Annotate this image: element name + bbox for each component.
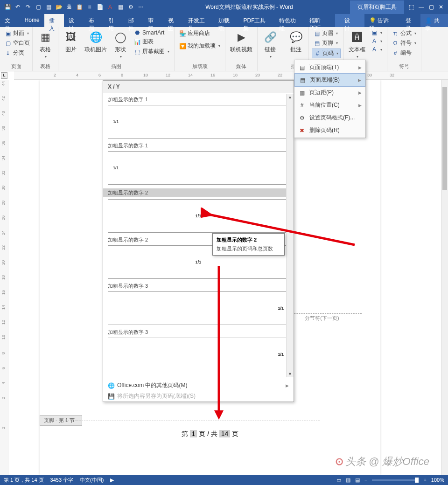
ribbon-options-icon[interactable]: ⬚ <box>409 4 414 10</box>
online-pictures-button[interactable]: 🌐联机图片 <box>83 29 109 55</box>
tab-file[interactable]: 文件 <box>0 14 20 27</box>
status-words[interactable]: 3453 个字 <box>50 477 74 484</box>
menu-current-position[interactable]: #当前位置(C)▶ <box>294 99 365 111</box>
document-title: Word文档排版流程实战示例 - Word <box>148 3 350 11</box>
qat-more-icon[interactable]: ⋯ <box>137 3 145 11</box>
my-addins-button[interactable]: 🔽我的加载项▾ <box>177 42 222 50</box>
share-button[interactable]: 👤 共享 <box>420 14 448 27</box>
tell-me[interactable]: 💡 告诉我... <box>364 14 401 27</box>
menu-format-pagenum[interactable]: ⚙设置页码格式(F)... <box>294 111 365 124</box>
font-color-icon[interactable]: A <box>106 3 114 11</box>
chart-button[interactable]: 📊图表 <box>132 37 171 46</box>
gallery-item-3[interactable]: 加粗显示的数字 2 1/1 <box>103 187 294 236</box>
number-button[interactable]: #编号 <box>390 48 418 57</box>
tab-review[interactable]: 审阅 <box>143 14 163 27</box>
tab-hf-design[interactable]: 设计 <box>335 14 364 27</box>
group-symbols: π公式▾ Ω符号▾ #编号 符号 <box>387 27 421 71</box>
ruler-horizontal[interactable]: 2468101214161820222426283032 <box>14 71 448 80</box>
print-icon[interactable]: 🖶 <box>65 3 73 11</box>
group-illustrations: 🖼图片 🌐联机图片 ◯形状▾ ⬣SmartArt 📊图表 ⬚屏幕截图▾ 插图 <box>58 27 175 71</box>
gallery-item-1[interactable]: 加粗显示的数字 1 1/1 <box>103 95 294 141</box>
folder-icon[interactable]: ▤ <box>45 3 52 11</box>
dropcap-button[interactable]: A▾ <box>369 46 384 53</box>
view-web-icon[interactable]: ▤ <box>355 477 360 483</box>
store-button[interactable]: 🏪应用商店 <box>177 29 222 38</box>
group-media: ▶联机视频 媒体 <box>225 27 258 71</box>
open-icon[interactable]: 📂 <box>55 3 63 11</box>
zoom-slider[interactable] <box>372 479 419 481</box>
tab-addins[interactable]: 加载项 <box>214 14 239 27</box>
wordart-button[interactable]: A▾ <box>369 37 384 45</box>
page-break-button[interactable]: ⤓分页 <box>3 48 32 57</box>
gallery-item-2[interactable]: 加粗显示的数字 1 1/1 <box>103 141 294 187</box>
menu-page-margin[interactable]: ▥页边距(P)▶ <box>294 86 365 99</box>
status-language[interactable]: 中文(中国) <box>80 477 104 484</box>
clipboard-icon[interactable]: 📄 <box>96 3 104 11</box>
gallery-scrollbar[interactable] <box>286 94 294 377</box>
align-icon[interactable]: ≡ <box>86 3 93 11</box>
tab-design[interactable]: 设计 <box>64 14 84 27</box>
quick-access-toolbar: 💾 ↶ ↷ ▢ ▤ 📂 🖶 📋 ≡ 📄 A ▦ ⚙ ⋯ <box>0 3 148 11</box>
tab-developer[interactable]: 开发工具 <box>183 14 214 27</box>
tab-insert[interactable]: 插入 <box>44 14 64 27</box>
zoom-in-icon[interactable]: + <box>423 477 426 483</box>
maximize-icon[interactable]: ▢ <box>429 4 434 10</box>
new-icon[interactable]: ▢ <box>35 3 42 11</box>
gallery-save-selection[interactable]: 💾将所选内容另存为页码(底端)(S) <box>108 391 289 402</box>
footer-pagenum-text[interactable]: 第 1 页 / 共 14 页 <box>40 430 380 438</box>
paste-icon[interactable]: 📋 <box>76 3 83 11</box>
undo-icon[interactable]: ↶ <box>14 3 21 11</box>
table-button[interactable]: ▦表格▾ <box>35 29 55 60</box>
status-macros-icon[interactable]: ▶ <box>110 477 114 483</box>
scrollbar-thumb[interactable] <box>442 87 447 190</box>
tab-view[interactable]: 视图 <box>163 14 183 27</box>
footer-button[interactable]: ▤页脚▾ <box>312 39 341 48</box>
tab-references[interactable]: 引用 <box>104 14 124 27</box>
gallery-office-more[interactable]: 🌐Office.com 中的其他页码(M)▶ <box>108 380 289 391</box>
equation-button[interactable]: π公式▾ <box>390 29 418 38</box>
smartart-button[interactable]: ⬣SmartArt <box>132 29 171 36</box>
gallery-item-5[interactable]: 加粗显示的数字 3 1/1 <box>103 282 294 328</box>
view-print-icon[interactable]: ▥ <box>346 477 350 483</box>
textbox-button[interactable]: 🅰文本框▾ <box>347 29 367 60</box>
menu-remove-pagenum[interactable]: ✖删除页码(R) <box>294 124 365 137</box>
close-icon[interactable]: ✕ <box>439 4 443 10</box>
login-button[interactable]: 登录 <box>401 14 420 27</box>
minimize-icon[interactable]: — <box>419 4 424 10</box>
formula-icon[interactable]: ⚙ <box>127 3 134 11</box>
scrollbar-vertical[interactable] <box>441 80 448 475</box>
status-page[interactable]: 第 1 页，共 14 页 <box>4 477 44 484</box>
save-icon[interactable]: 💾 <box>4 3 11 11</box>
symbol-button[interactable]: Ω符号▾ <box>390 39 418 48</box>
group-tables: ▦表格▾ 表格 <box>33 27 58 71</box>
zoom-out-icon[interactable]: − <box>364 477 367 483</box>
tab-home[interactable]: Home <box>20 14 44 27</box>
gallery-item-6[interactable]: 加粗显示的数字 3 1/1 <box>103 328 294 374</box>
table-icon[interactable]: ▦ <box>117 3 124 11</box>
online-video-button[interactable]: ▶联机视频 <box>228 29 254 55</box>
tab-pdf[interactable]: PDF工具集 <box>238 14 274 27</box>
header-button[interactable]: ▤页眉▾ <box>312 29 341 38</box>
screenshot-button[interactable]: ⬚屏幕截图▾ <box>132 47 171 56</box>
page-number-button[interactable]: #页码▾ <box>312 48 341 58</box>
zoom-level[interactable]: 100% <box>431 477 444 483</box>
tab-features[interactable]: 特色功能 <box>274 14 305 27</box>
blank-page-button[interactable]: ▢空白页 <box>3 39 32 48</box>
redo-icon[interactable]: ↷ <box>24 3 32 11</box>
view-read-icon[interactable]: ▭ <box>336 477 341 483</box>
menu-page-top[interactable]: ▤页面顶端(T)▶ <box>294 61 365 74</box>
group-media-label: 媒体 <box>228 62 254 70</box>
tab-foxit[interactable]: 福昕PDF <box>305 14 335 27</box>
pictures-button[interactable]: 🖼图片 <box>61 29 81 55</box>
cover-page-button[interactable]: ▣封面▾ <box>3 29 32 38</box>
tab-layout[interactable]: 布局 <box>84 14 104 27</box>
menu-page-bottom[interactable]: ▤页面底端(B)▶ <box>294 73 365 87</box>
comment-button[interactable]: 💬批注 <box>286 29 306 55</box>
tab-mailings[interactable]: 邮件 <box>124 14 144 27</box>
ruler-vertical[interactable]: 4442403836343230282624222018161412108642… <box>0 80 8 475</box>
tooltip-title: 加粗显示的数字 2 <box>217 236 280 243</box>
contextual-tab-label: 页眉和页脚工具 <box>350 0 404 14</box>
group-pages-label: 页面 <box>3 62 29 70</box>
shapes-button[interactable]: ◯形状▾ <box>111 29 130 60</box>
links-button[interactable]: 🔗链接▾ <box>260 29 280 60</box>
